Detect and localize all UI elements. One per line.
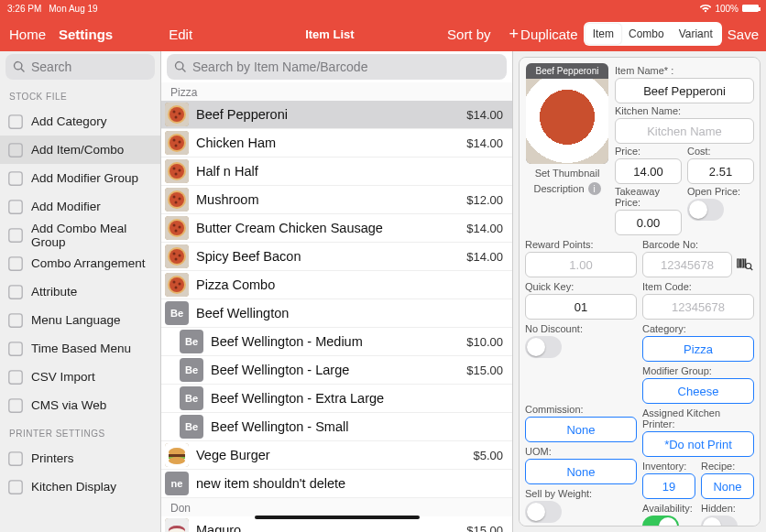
item-thumb: [165, 103, 189, 126]
sellweight-toggle[interactable]: [525, 501, 562, 523]
printer-select[interactable]: *Do not Print: [642, 431, 754, 457]
barcode-scan-icon[interactable]: [736, 252, 754, 277]
list-row[interactable]: BeBeef Wellington - Small: [161, 413, 512, 441]
category-label: Category:: [642, 323, 754, 334]
list-row[interactable]: Mushroom$12.00: [161, 186, 512, 214]
list-row[interactable]: Vege Burger$5.00: [161, 441, 512, 470]
sidebar-item-label: Combo Arrangement: [31, 256, 146, 270]
barcode-input[interactable]: 12345678: [642, 252, 732, 277]
header-bar: Home Settings Edit Item List Sort by +Du…: [0, 16, 766, 51]
inventory-select[interactable]: 19: [642, 473, 695, 499]
info-icon[interactable]: i: [588, 182, 601, 195]
svg-rect-5: [9, 256, 22, 269]
reward-input[interactable]: 1.00: [525, 252, 637, 277]
svg-point-40: [173, 224, 176, 227]
list-row[interactable]: Spicy Beef Bacon$14.00: [161, 243, 512, 271]
sidebar-item[interactable]: Combo Arrangement: [0, 249, 160, 277]
svg-rect-0: [9, 114, 22, 127]
sidebar-item[interactable]: CSV Import: [0, 363, 160, 391]
wifi-icon: [700, 2, 711, 15]
list-item-price: $15.00: [466, 364, 503, 377]
status-time: 3:26 PM: [7, 4, 41, 14]
quickkey-input[interactable]: 01: [525, 294, 637, 320]
cost-input[interactable]: 2.51: [687, 158, 754, 184]
sidebar-item[interactable]: Add Item/Combo: [0, 136, 160, 164]
seg-item[interactable]: Item: [585, 24, 621, 44]
list-item-label: Half n Half: [196, 164, 496, 179]
sort-button[interactable]: Sort by: [447, 27, 491, 42]
list-row[interactable]: BeBeef Wellington: [161, 299, 512, 328]
hidden-toggle[interactable]: [701, 516, 738, 527]
list-row[interactable]: nenew item shouldn't delete: [161, 470, 512, 498]
svg-point-23: [179, 141, 181, 144]
kitchen-name-input[interactable]: Kitchen Name: [615, 118, 754, 144]
sidebar-item[interactable]: Time Based Menu: [0, 334, 160, 363]
sidebar-item[interactable]: Add Combo Meal Group: [0, 221, 160, 249]
category-select[interactable]: Pizza: [642, 336, 754, 362]
svg-point-36: [175, 201, 178, 204]
svg-point-52: [173, 281, 176, 284]
uom-select[interactable]: None: [525, 459, 637, 484]
sidebar-item-label: Menu Language: [31, 313, 121, 327]
duplicate-button[interactable]: +Duplicate: [509, 25, 578, 44]
availability-toggle[interactable]: [642, 516, 679, 527]
svg-point-45: [170, 249, 184, 264]
svg-rect-57: [169, 454, 185, 457]
type-segment[interactable]: Item Combo Variant: [584, 22, 722, 46]
list-item-label: Beef Pepperoni: [196, 107, 459, 122]
list-row[interactable]: BeBeef Wellington - Extra Large: [161, 385, 512, 413]
item-thumbnail[interactable]: Beef Pepperoni: [526, 63, 608, 164]
takeaway-input[interactable]: 0.00: [615, 210, 682, 235]
set-thumbnail-link[interactable]: Set Thumbnail: [535, 168, 600, 179]
plus-icon: +: [509, 25, 520, 43]
sidebar-item-label: Add Modifier Group: [31, 171, 138, 185]
seg-combo[interactable]: Combo: [621, 24, 672, 44]
list-row[interactable]: Half n Half: [161, 157, 512, 186]
sidebar-item[interactable]: CMS via Web: [0, 391, 160, 419]
status-bar: 3:26 PM Mon Aug 19 100%: [0, 0, 766, 16]
sidebar-item[interactable]: Add Category: [0, 107, 160, 136]
sidebar-item[interactable]: Add Modifier: [0, 192, 160, 221]
globe-icon: [7, 312, 24, 329]
search-icon: [13, 60, 26, 73]
svg-rect-2: [9, 171, 22, 184]
item-thumb: [165, 244, 189, 268]
sidebar-item[interactable]: Attribute: [0, 277, 160, 306]
sidebar-item[interactable]: Printers: [0, 444, 160, 472]
svg-point-17: [179, 113, 181, 115]
sidebar-item[interactable]: Add Modifier Group: [0, 164, 160, 192]
list-row[interactable]: Butter Cream Chicken Sausage$14.00: [161, 214, 512, 243]
availability-label: Availability:: [642, 503, 695, 514]
seg-variant[interactable]: Variant: [672, 24, 720, 44]
svg-rect-7: [9, 313, 22, 326]
openprice-toggle[interactable]: [687, 199, 724, 221]
sidebar-search[interactable]: Search: [0, 51, 160, 82]
sidebar-item-label: Attribute: [31, 285, 77, 299]
scroll-indicator[interactable]: [255, 516, 420, 519]
save-button[interactable]: Save: [728, 27, 759, 42]
list-row[interactable]: Beef Pepperoni$14.00: [161, 101, 512, 129]
svg-rect-9: [9, 370, 22, 383]
commission-select[interactable]: None: [525, 417, 637, 442]
item-name-input[interactable]: Beef Pepperoni: [615, 78, 754, 103]
list-search[interactable]: Search by Item Name/Barcode: [161, 51, 512, 82]
list-row[interactable]: Chicken Ham$14.00: [161, 129, 512, 157]
modgroup-select[interactable]: Cheese: [642, 378, 754, 404]
settings-link[interactable]: Settings: [59, 27, 113, 42]
sidebar-item[interactable]: Menu Language: [0, 306, 160, 334]
list-row[interactable]: BeBeef Wellington - Large$15.00: [161, 356, 512, 385]
svg-point-67: [746, 264, 751, 269]
edit-button[interactable]: Edit: [169, 27, 192, 42]
home-link[interactable]: Home: [9, 27, 46, 42]
cost-label: Cost:: [687, 146, 754, 157]
price-input[interactable]: 14.00: [615, 158, 682, 184]
nodiscount-toggle[interactable]: [525, 336, 562, 358]
recipe-select[interactable]: None: [701, 473, 754, 499]
list-row[interactable]: Pizza Combo: [161, 271, 512, 299]
page-title: Item List: [305, 27, 354, 41]
itemcode-input[interactable]: 12345678: [642, 294, 754, 320]
list-item-price: $10.00: [466, 335, 503, 349]
list-row[interactable]: BeBeef Wellington - Medium$10.00: [161, 328, 512, 356]
sidebar-item[interactable]: Kitchen Display: [0, 472, 160, 501]
svg-point-18: [175, 116, 178, 119]
